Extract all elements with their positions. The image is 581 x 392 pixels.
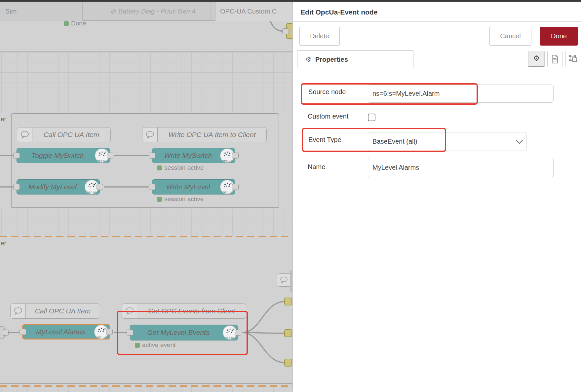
node-status: active event [135, 341, 175, 349]
comment-label: Get OPC Events from Client [137, 307, 246, 315]
custom-event-label: Custom event [308, 113, 348, 120]
divider [293, 21, 581, 22]
tab-label: Battery Diag - Prius Gen 4 [118, 8, 195, 15]
node-toggle-myswitch[interactable]: Toggle MySwitch OPC UA [17, 148, 110, 163]
appearance-button[interactable] [565, 51, 581, 67]
output-port[interactable] [97, 184, 103, 190]
input-port[interactable] [13, 153, 20, 159]
cancel-button[interactable]: Cancel [489, 27, 531, 46]
input-port[interactable] [127, 330, 133, 336]
tab-label: Properties [315, 56, 348, 63]
node-get-mylevel-events[interactable]: Get MyLevel Events OPC UA [130, 325, 238, 340]
tab-battery-diag[interactable]: ⊘ Battery Diag - Prius Gen 4 [95, 2, 211, 21]
comment-node[interactable]: Call OPC UA Item [10, 303, 100, 319]
flow-tab-bar: Sim ⊘ Battery Diag - Prius Gen 4 OPC-UA … [0, 2, 292, 21]
status-green-icon [64, 21, 69, 26]
canvas-scrollbar-thumb[interactable] [290, 270, 292, 293]
output-port[interactable] [106, 329, 113, 335]
link-node-stub[interactable] [284, 329, 292, 337]
edit-node-panel: Edit OpcUa-Event node Delete Cancel Done… [292, 2, 581, 392]
speech-bubble-icon [277, 274, 290, 286]
chevron-down-icon [516, 137, 523, 144]
input-port[interactable] [13, 184, 20, 190]
node-status: session active [157, 164, 204, 171]
group-label-fragment-bottom: er [1, 240, 6, 247]
tab-sim[interactable]: Sim [0, 2, 83, 21]
input-port[interactable] [149, 153, 155, 159]
link-node-stub[interactable] [284, 298, 292, 305]
input-port[interactable] [19, 329, 26, 335]
node-status-done: Done [64, 20, 86, 27]
group-label-fragment-top: er [1, 116, 6, 123]
speech-bubble-icon [11, 304, 26, 318]
node-modify-mylevel[interactable]: Modify MyLevel OPC UA [17, 179, 100, 195]
gear-icon: ⚙ [533, 54, 540, 63]
tab-properties[interactable]: ⚙ Properties [297, 50, 413, 68]
comment-node[interactable]: Call OPC UA Item [17, 127, 111, 142]
link-port[interactable] [282, 28, 289, 34]
output-port[interactable] [2, 330, 9, 336]
node-write-myswitch[interactable]: Write MySwitch OPC UA [152, 148, 235, 163]
event-type-select[interactable]: BaseEvent (all) [368, 132, 526, 151]
comment-label: Call OPC UA Item [32, 131, 110, 139]
speech-bubble-icon [17, 127, 32, 142]
input-port[interactable] [149, 184, 155, 190]
frame-selection-icon [569, 55, 578, 63]
tab-label: OPC-UA Custom C [220, 8, 277, 15]
gear-icon: ⚙ [305, 55, 311, 63]
tab-label: Sim [5, 8, 17, 15]
status-green-icon [157, 197, 162, 202]
window-top-strip [0, 0, 581, 2]
event-type-label: Event Type [308, 136, 341, 144]
node-write-mylevel[interactable]: Write MyLevel OPC UA [152, 179, 235, 195]
source-node-input[interactable] [368, 85, 554, 103]
document-icon [551, 55, 559, 63]
disabled-icon: ⊘ [110, 7, 116, 15]
tab-opcua-custom[interactable]: OPC-UA Custom C [215, 2, 292, 21]
edit-properties-button[interactable]: ⚙ [528, 51, 545, 67]
custom-event-checkbox[interactable] [368, 114, 375, 121]
event-type-value: BaseEvent (all) [372, 138, 417, 145]
output-port[interactable] [107, 153, 113, 159]
comment-label: Write OPC UA Item to Client [158, 131, 266, 139]
description-button[interactable] [547, 51, 562, 67]
done-button[interactable]: Done [540, 27, 578, 46]
delete-button[interactable]: Delete [299, 27, 340, 46]
comment-node[interactable]: Get OPC Events from Client [122, 303, 246, 319]
status-green-icon [135, 343, 140, 348]
node-label: Get MyLevel Events [130, 329, 238, 337]
node-mylevel-alarms[interactable]: MyLevel Alarms OPC UA [22, 324, 110, 339]
output-port[interactable] [235, 330, 241, 336]
node-status: session active [157, 196, 204, 203]
comment-node[interactable]: Write OPC UA Item to Client [142, 127, 267, 142]
name-label: Name [308, 163, 325, 171]
status-green-icon [157, 165, 162, 170]
speech-bubble-icon [142, 127, 158, 142]
output-port[interactable] [232, 184, 239, 190]
panel-title: Edit OpcUa-Event node [300, 8, 377, 16]
comment-label: Call OPC UA Item [26, 307, 100, 315]
name-input[interactable] [368, 158, 554, 177]
source-node-label: Source node [308, 88, 346, 96]
link-node-stub[interactable] [284, 359, 292, 367]
speech-bubble-icon [122, 304, 137, 318]
output-port[interactable] [232, 153, 239, 159]
